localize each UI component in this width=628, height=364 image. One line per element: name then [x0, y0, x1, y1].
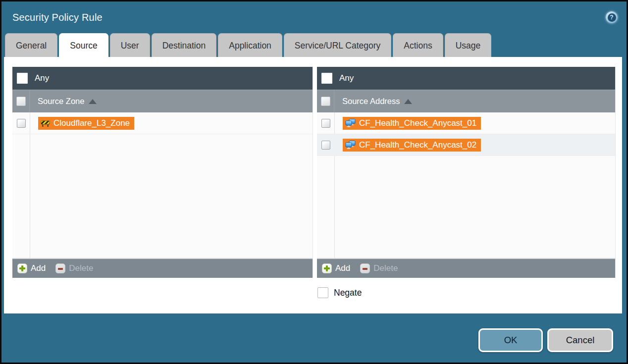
- source-zone-list: Cloudflare_L3_Zone: [12, 112, 313, 259]
- tab-bar: General Source User Destination Applicat…: [1, 33, 627, 57]
- source-address-panel: Any Source Address: [317, 67, 616, 278]
- zone-icon: [41, 119, 50, 127]
- address-entry-tag[interactable]: CF_Health_Check_Anycast_02: [343, 139, 481, 152]
- address-entry-label: CF_Health_Check_Anycast_01: [359, 118, 476, 128]
- source-zone-select-all-checkbox[interactable]: [16, 97, 26, 106]
- dialog-title: Security Policy Rule: [12, 12, 103, 23]
- plus-icon: [17, 263, 27, 273]
- title-bar: Security Policy Rule ?: [1, 1, 627, 33]
- tab-actions[interactable]: Actions: [393, 33, 443, 57]
- source-zone-panel: Any Source Zone: [12, 67, 313, 278]
- negate-label: Negate: [334, 288, 362, 298]
- row-checkbox[interactable]: [321, 141, 330, 150]
- help-icon[interactable]: ?: [606, 11, 618, 23]
- minus-icon: [55, 263, 65, 273]
- row-checkbox[interactable]: [17, 119, 26, 128]
- source-address-any-checkbox[interactable]: [321, 73, 332, 84]
- source-address-select-all-checkbox[interactable]: [321, 97, 330, 106]
- table-row[interactable]: CF_Health_Check_Anycast_01: [317, 112, 615, 134]
- tab-usage[interactable]: Usage: [445, 33, 492, 57]
- tab-general[interactable]: General: [5, 33, 57, 57]
- negate-row: Negate: [317, 287, 622, 298]
- tab-service-url-category[interactable]: Service/URL Category: [284, 33, 391, 57]
- source-zone-any-label: Any: [35, 73, 49, 83]
- source-address-column-title: Source Address: [342, 97, 400, 106]
- zone-entry-tag[interactable]: Cloudflare_L3_Zone: [38, 117, 134, 130]
- address-entry-tag[interactable]: CF_Health_Check_Anycast_01: [343, 117, 481, 130]
- source-address-any-label: Any: [339, 73, 354, 83]
- security-policy-rule-dialog: Security Policy Rule ? General Source Us…: [0, 0, 628, 364]
- tab-user[interactable]: User: [110, 33, 150, 57]
- minus-icon: [360, 263, 370, 273]
- ok-button[interactable]: OK: [478, 328, 543, 352]
- row-checkbox[interactable]: [321, 119, 330, 128]
- table-row[interactable]: Cloudflare_L3_Zone: [12, 112, 313, 134]
- source-zone-footer: Add Delete: [12, 259, 313, 278]
- source-zone-any-bar: Any: [12, 67, 313, 90]
- address-icon: [345, 119, 356, 127]
- source-address-list: CF_Health_Check_Anycast_01: [317, 112, 615, 259]
- plus-icon: [322, 263, 332, 273]
- sort-ascending-icon[interactable]: [89, 99, 97, 104]
- source-address-column-header[interactable]: Source Address: [317, 90, 615, 112]
- zone-entry-label: Cloudflare_L3_Zone: [53, 118, 130, 128]
- table-row[interactable]: CF_Health_Check_Anycast_02: [317, 134, 615, 156]
- tab-source[interactable]: Source: [59, 33, 108, 57]
- tab-destination[interactable]: Destination: [152, 33, 217, 57]
- source-zone-column-header[interactable]: Source Zone: [12, 90, 313, 112]
- source-tab-content: Any Source Zone: [4, 57, 622, 313]
- cancel-button[interactable]: Cancel: [547, 328, 613, 352]
- source-zone-any-checkbox[interactable]: [17, 73, 28, 84]
- add-address-button[interactable]: Add: [322, 263, 350, 273]
- tab-application[interactable]: Application: [218, 33, 282, 57]
- add-zone-button[interactable]: Add: [17, 263, 46, 273]
- negate-checkbox[interactable]: [317, 287, 328, 298]
- address-icon: [345, 141, 356, 149]
- source-address-footer: Add Delete: [317, 259, 615, 278]
- source-address-any-bar: Any: [317, 67, 615, 90]
- delete-address-button[interactable]: Delete: [360, 263, 398, 273]
- source-zone-column-title: Source Zone: [38, 97, 84, 106]
- address-entry-label: CF_Health_Check_Anycast_02: [359, 140, 476, 150]
- sort-ascending-icon[interactable]: [404, 99, 412, 104]
- delete-zone-button[interactable]: Delete: [55, 263, 93, 273]
